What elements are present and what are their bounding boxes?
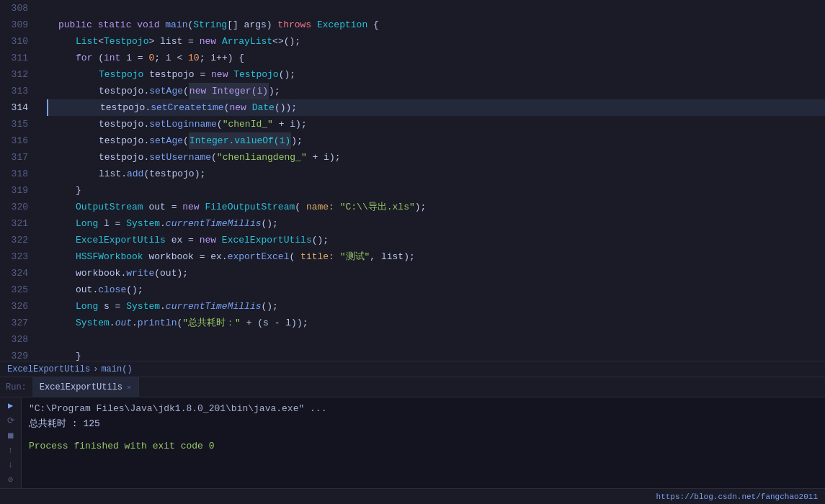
run-panel: Run: ExcelExportUtils ✕ ▶ ⟳ ⏹ ↑ ↓ ⊘ ≡ 🖨 … xyxy=(0,377,825,488)
code-line-314: testpojo. setCreatetime ( new Date ()); xyxy=(47,99,825,116)
code-line-316: testpojo. setAge ( Integer.valueOf(i) ); xyxy=(47,132,825,149)
code-line-317: testpojo. setUsername ( "chenliangdeng_"… xyxy=(47,149,825,166)
line-327: 327 xyxy=(0,315,34,331)
breadcrumb-method[interactable]: main() xyxy=(101,364,132,374)
run-panel-body: ▶ ⟳ ⏹ ↑ ↓ ⊘ ≡ 🖨 "C:\Program Files\Java\j… xyxy=(0,397,825,488)
line-308: 308 xyxy=(0,0,34,17)
line-311: ▼ 311 xyxy=(0,50,34,66)
line-329: ▼ 329 xyxy=(0,348,34,361)
code-container: 308 ▶ 309 310 ▼ 311 312 313 314 315 316 … xyxy=(0,0,825,361)
line-313: 313 xyxy=(0,83,34,99)
line-312: 312 xyxy=(0,66,34,83)
clear-console-button[interactable]: ⊘ xyxy=(4,474,18,485)
code-line-326: Long s = System . currentTimeMillis (); xyxy=(47,298,825,315)
line-310: 310 xyxy=(0,33,34,50)
scroll-up-button[interactable]: ↑ xyxy=(4,446,18,456)
code-line-324: workbook. write (out); xyxy=(47,265,825,282)
run-stop-button[interactable]: ⏹ xyxy=(4,431,18,441)
line-319: 319 xyxy=(0,182,34,199)
run-restart-button[interactable]: ⟳ xyxy=(4,415,18,426)
status-bar: https://blog.csdn.net/fangchao2011 xyxy=(0,488,825,504)
line-326: 326 xyxy=(0,298,34,315)
output-line-2: 总共耗时 : 125 xyxy=(29,417,818,430)
breadcrumb-separator: › xyxy=(93,364,98,374)
run-panel-header: Run: ExcelExportUtils ✕ xyxy=(0,377,825,397)
code-line-311: for ( int i = 0 ; i < 10 ; i++) { xyxy=(47,50,825,66)
line-325: 325 xyxy=(0,282,34,298)
code-line-320: OutputStream out = new FileOutputStream … xyxy=(47,199,825,215)
code-line-310: List < Testpojo > list = new ArrayList <… xyxy=(47,33,825,50)
code-line-312: Testpojo testpojo = new Testpojo (); xyxy=(47,66,825,83)
line-316: 316 xyxy=(0,132,34,149)
close-tab-icon[interactable]: ✕ xyxy=(127,383,131,392)
line-numbers: 308 ▶ 309 310 ▼ 311 312 313 314 315 316 … xyxy=(0,0,40,361)
blog-url[interactable]: https://blog.csdn.net/fangchao2011 xyxy=(656,492,818,501)
line-315: 315 xyxy=(0,116,34,132)
editor-area: 308 ▶ 309 310 ▼ 311 312 313 314 315 316 … xyxy=(0,0,825,377)
code-line-329: } xyxy=(47,348,825,361)
output-line-4: Process finished with exit code 0 xyxy=(29,441,818,451)
code-line-313: testpojo. setAge ( new Integer(i) ); xyxy=(47,83,825,99)
code-line-315: testpojo. setLoginname ( "chenId_" + i); xyxy=(47,116,825,132)
code-line-327: System . out . println ( "总共耗时：" + (s - … xyxy=(47,315,825,331)
code-line-319: } xyxy=(47,182,825,199)
line-320: 320 xyxy=(0,199,34,215)
run-console-output: "C:\Program Files\Java\jdk1.8.0_201\bin\… xyxy=(22,397,825,488)
code-line-318: list. add (testpojo); xyxy=(47,166,825,182)
code-line-325: out. close (); xyxy=(47,282,825,298)
code-line-308 xyxy=(47,0,825,17)
code-line-309: public static void main ( String [] args… xyxy=(47,17,825,33)
run-label: Run: xyxy=(6,382,27,392)
breadcrumb-class[interactable]: ExcelExportUtils xyxy=(7,364,90,374)
line-323: 323 xyxy=(0,248,34,265)
line-309: ▶ 309 xyxy=(0,17,34,33)
code-line-321: Long l = System . currentTimeMillis (); xyxy=(47,215,825,232)
line-318: 318 xyxy=(0,166,34,182)
output-line-3 xyxy=(29,430,818,441)
code-line-323: HSSFWorkbook workbook = ex. exportExcel … xyxy=(47,248,825,265)
code-line-328 xyxy=(47,331,825,348)
breadcrumb: ExcelExportUtils › main() xyxy=(0,361,825,377)
line-321: 321 xyxy=(0,215,34,232)
run-tab[interactable]: ExcelExportUtils ✕ xyxy=(32,377,139,397)
line-328: 328 xyxy=(0,331,34,348)
code-lines: public static void main ( String [] args… xyxy=(40,0,825,361)
line-322: 322 xyxy=(0,232,34,248)
line-314: 314 xyxy=(0,99,34,116)
line-324: 324 xyxy=(0,265,34,282)
run-play-button[interactable]: ▶ xyxy=(4,400,18,411)
scroll-down-button[interactable]: ↓ xyxy=(4,460,18,470)
code-line-322: ExcelExportUtils ex = new ExcelExportUti… xyxy=(47,232,825,248)
run-tab-name: ExcelExportUtils xyxy=(40,382,122,392)
line-317: 317 xyxy=(0,149,34,166)
output-line-1: "C:\Program Files\Java\jdk1.8.0_201\bin\… xyxy=(29,403,818,414)
run-sidebar: ▶ ⟳ ⏹ ↑ ↓ ⊘ ≡ 🖨 xyxy=(0,397,22,488)
